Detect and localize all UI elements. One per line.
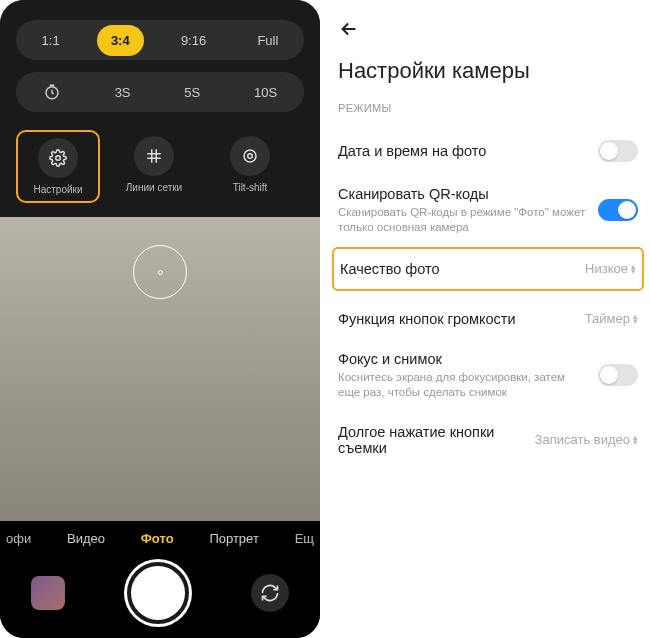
setting-qr-sub: Сканировать QR-коды в режиме "Фото" може… [338,205,588,235]
chevron-updown-icon: ▴▾ [633,435,638,445]
chevron-updown-icon: ▴▾ [633,314,638,324]
timer-icon[interactable] [31,77,73,107]
flip-camera-button[interactable] [251,574,289,612]
section-modes: РЕЖИМЫ [332,102,644,128]
mode-pro[interactable]: офи [6,531,31,546]
timer-selector: 3S 5S 10S [16,72,304,112]
mode-more[interactable]: Ещ [295,531,314,546]
gear-icon [38,138,78,178]
back-button[interactable] [332,8,644,50]
setting-quality-label: Качество фото [340,261,575,277]
mode-video[interactable]: Видео [67,531,105,546]
quality-value: Низкое ▴▾ [585,261,636,276]
longpress-value: Записать видео ▴▾ [535,432,638,447]
ratio-9-16[interactable]: 9:16 [167,25,220,56]
focus-ring-icon [133,245,187,299]
setting-datetime-label: Дата и время на фото [338,143,588,159]
viewfinder[interactable] [0,217,320,521]
tool-row: Настройки Линии сетки Tilt-shift [16,130,304,203]
setting-focus[interactable]: Фокус и снимок Коснитесь экрана для фоку… [332,339,644,412]
setting-volume[interactable]: Функция кнопок громкости Таймер ▴▾ [332,299,644,339]
page-title: Настройки камеры [332,50,644,102]
tool-tiltshift[interactable]: Tilt-shift [208,130,292,203]
grid-icon [134,136,174,176]
tool-grid-label: Линии сетки [126,182,182,193]
mode-selector[interactable]: офи Видео Фото Портрет Ещ [0,531,320,546]
svg-point-2 [244,150,256,162]
setting-focus-label: Фокус и снимок [338,351,588,367]
tiltshift-icon [230,136,270,176]
setting-longpress-label: Долгое нажатие кнопки съемки [338,424,525,456]
tool-settings[interactable]: Настройки [16,130,100,203]
toggle-qr[interactable] [598,199,638,221]
setting-focus-sub: Коснитесь экрана для фокусировки, затем … [338,370,588,400]
timer-5s[interactable]: 5S [172,79,212,106]
ratio-1-1[interactable]: 1:1 [28,25,74,56]
volume-value: Таймер ▴▾ [585,311,638,326]
svg-point-3 [248,154,253,159]
setting-datetime[interactable]: Дата и время на фото [332,128,644,174]
timer-3s[interactable]: 3S [103,79,143,106]
chevron-updown-icon: ▴▾ [631,264,636,274]
setting-quality[interactable]: Качество фото Низкое ▴▾ [332,247,644,291]
setting-volume-label: Функция кнопок громкости [338,311,575,327]
camera-top-panel: 1:1 3:4 9:16 Full 3S 5S 10S Настройки [0,0,320,217]
aspect-ratio-selector: 1:1 3:4 9:16 Full [16,20,304,60]
setting-longpress[interactable]: Долгое нажатие кнопки съемки Записать ви… [332,412,644,468]
tool-settings-label: Настройки [33,184,82,195]
tool-tiltshift-label: Tilt-shift [233,182,268,193]
svg-point-1 [56,156,61,161]
setting-qr-label: Сканировать QR-коды [338,186,588,202]
timer-10s[interactable]: 10S [242,79,289,106]
camera-bottom-panel: офи Видео Фото Портрет Ещ [0,521,320,638]
mode-portrait[interactable]: Портрет [209,531,258,546]
toggle-focus[interactable] [598,364,638,386]
camera-screen: 1:1 3:4 9:16 Full 3S 5S 10S Настройки [0,0,320,638]
ratio-3-4[interactable]: 3:4 [97,25,144,56]
gallery-thumbnail[interactable] [31,576,65,610]
toggle-datetime[interactable] [598,140,638,162]
mode-photo[interactable]: Фото [141,531,174,546]
setting-qr[interactable]: Сканировать QR-коды Сканировать QR-коды … [332,174,644,247]
ratio-full[interactable]: Full [243,25,292,56]
shutter-button[interactable] [127,562,189,624]
tool-grid[interactable]: Линии сетки [112,130,196,203]
controls-row [0,562,320,624]
settings-screen: Настройки камеры РЕЖИМЫ Дата и время на … [320,0,650,638]
